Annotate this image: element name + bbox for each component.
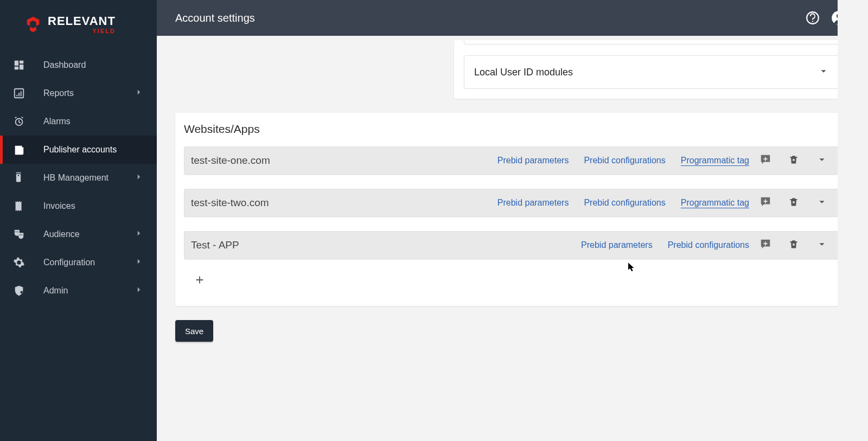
sidebar-item-dashboard[interactable]: Dashboard: [0, 51, 157, 79]
collapsed-section-stub: [464, 40, 840, 44]
delete-button[interactable]: [782, 196, 806, 209]
sidebar-item-publisher-accounts[interactable]: Publisher accounts: [0, 136, 157, 164]
plus-icon: [194, 274, 206, 286]
site-name: Test - APP: [191, 239, 566, 251]
scrollbar-gutter: [838, 0, 868, 441]
shield-icon: [13, 285, 43, 297]
delete-button[interactable]: [782, 154, 806, 167]
prebid-configurations-link[interactable]: Prebid configurations: [668, 240, 749, 250]
comment-plus-icon: [760, 196, 771, 210]
site-row: test-site-two.comPrebid parametersPrebid…: [184, 189, 841, 217]
site-name: test-site-two.com: [191, 197, 482, 209]
brand-sub: YIELD: [93, 28, 116, 34]
sidebar-item-configuration[interactable]: Configuration: [0, 248, 157, 277]
sidebar-item-label: Audience: [43, 229, 80, 239]
sidebar-item-label: Publisher accounts: [43, 145, 117, 155]
site-row: Test - APPPrebid parametersPrebid config…: [184, 231, 841, 259]
expand-button[interactable]: [810, 238, 834, 252]
gear-icon: [13, 257, 43, 269]
chevron-right-icon: [134, 172, 144, 184]
trash-icon: [788, 154, 799, 167]
comment-plus-icon: [760, 238, 771, 252]
chevron-down-icon: [816, 196, 828, 210]
page-title: Account settings: [175, 12, 255, 24]
sidebar-item-label: Reports: [43, 88, 74, 98]
sidebar-item-label: Invoices: [43, 201, 75, 211]
prebid-parameters-link[interactable]: Prebid parameters: [497, 198, 569, 208]
sidebar-item-label: Admin: [43, 286, 68, 296]
expand-button[interactable]: [810, 196, 834, 210]
sidebar-item-label: Dashboard: [43, 60, 86, 70]
accordion-label: Local User ID modules: [474, 67, 573, 78]
remote-icon: [13, 172, 43, 184]
sidebar-item-reports[interactable]: Reports: [0, 79, 157, 107]
sidebar-item-alarms[interactable]: Alarms: [0, 107, 157, 136]
help-button[interactable]: [802, 7, 824, 29]
prebid-parameters-link[interactable]: Prebid parameters: [497, 156, 569, 165]
chevron-right-icon: [134, 87, 144, 99]
programmatic-tag-link[interactable]: Programmatic tag: [681, 156, 749, 165]
websites-apps-panel: Websites/Apps test-site-one.comPrebid pa…: [175, 113, 850, 306]
alarm-icon: [13, 116, 43, 127]
expand-button[interactable]: [810, 154, 834, 168]
sidebar-item-hb-management[interactable]: HB Management: [0, 164, 157, 192]
prebid-configurations-link[interactable]: Prebid configurations: [584, 198, 665, 208]
chevron-down-icon: [818, 65, 829, 80]
dashboard-icon: [13, 59, 43, 71]
upper-panel: Local User ID modules: [454, 40, 850, 99]
receipt-icon: [13, 200, 43, 212]
add-comment-button[interactable]: [754, 196, 777, 210]
site-name: test-site-one.com: [191, 155, 482, 167]
panel-title: Websites/Apps: [184, 123, 841, 136]
chevron-down-icon: [816, 154, 828, 168]
save-button[interactable]: Save: [175, 320, 213, 342]
trash-icon: [788, 196, 799, 209]
brand-name: RELEVANT: [48, 15, 116, 27]
brand-mark-icon: [24, 15, 42, 34]
sidebar-item-label: HB Management: [43, 173, 108, 183]
sidebar-item-label: Alarms: [43, 117, 71, 126]
help-icon: [806, 11, 820, 25]
sidebar-item-invoices[interactable]: Invoices: [0, 192, 157, 220]
bar-chart-icon: [13, 87, 43, 99]
add-site-button[interactable]: [192, 272, 208, 288]
brand-logo[interactable]: RELEVANT YIELD: [0, 0, 157, 49]
sidebar-item-label: Configuration: [43, 258, 95, 267]
sidebar-item-audience[interactable]: Audience: [0, 220, 157, 248]
add-comment-button[interactable]: [754, 154, 777, 168]
chevron-right-icon: [134, 285, 144, 297]
comment-plus-icon: [760, 154, 771, 168]
sidebar-nav: DashboardReportsAlarmsPublisher accounts…: [0, 49, 157, 305]
prebid-configurations-link[interactable]: Prebid configurations: [584, 156, 665, 165]
chevron-right-icon: [134, 228, 144, 240]
topbar: Account settings: [157, 0, 868, 36]
chevron-right-icon: [134, 257, 144, 269]
sidebar: RELEVANT YIELD DashboardReportsAlarmsPub…: [0, 0, 157, 441]
newspaper-icon: [13, 144, 43, 156]
programmatic-tag-link[interactable]: Programmatic tag: [681, 198, 749, 208]
sidebar-item-admin[interactable]: Admin: [0, 277, 157, 305]
prebid-parameters-link[interactable]: Prebid parameters: [581, 240, 653, 250]
theater-icon: [13, 228, 43, 240]
add-comment-button[interactable]: [754, 238, 777, 252]
local-user-id-accordion[interactable]: Local User ID modules: [464, 55, 840, 89]
trash-icon: [788, 239, 799, 252]
delete-button[interactable]: [782, 239, 806, 252]
site-row: test-site-one.comPrebid parametersPrebid…: [184, 146, 841, 175]
chevron-down-icon: [816, 238, 828, 252]
